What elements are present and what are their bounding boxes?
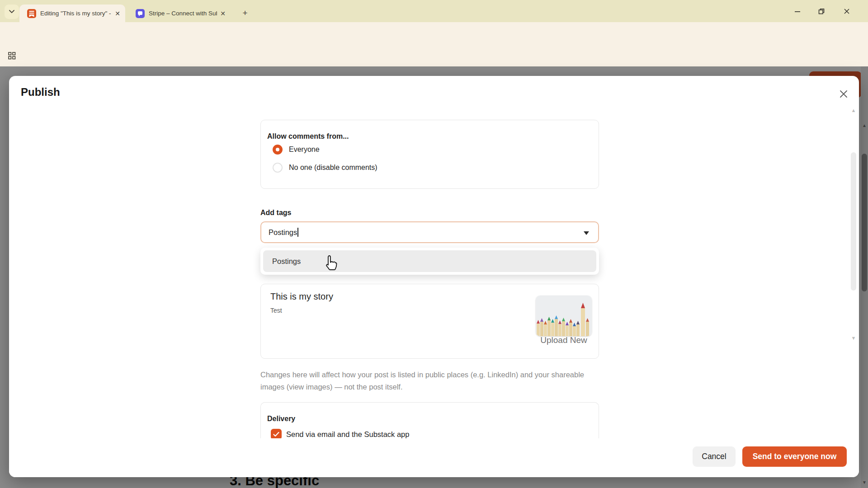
tags-input-value: Postings — [269, 228, 297, 237]
modal-scrollbar-up-icon[interactable]: ▲ — [848, 108, 859, 113]
screen: Editing "This is my story" - Subs ✕ Stri… — [0, 0, 868, 488]
modal-scrollbar-down-icon[interactable]: ▼ — [848, 335, 859, 341]
radio-option-everyone[interactable]: Everyone — [273, 145, 320, 155]
publish-modal: Publish Allow comments from... Everyone … — [9, 76, 859, 477]
add-tags-label: Add tags — [260, 209, 291, 217]
tab-close-icon[interactable]: ✕ — [113, 9, 122, 18]
browser-tab-bar: Editing "This is my story" - Subs ✕ Stri… — [0, 0, 868, 22]
new-tab-button[interactable]: + — [239, 7, 251, 19]
tab-title: Stripe – Connect with Substack — [149, 10, 217, 17]
preview-post-title: This is my story — [270, 291, 333, 302]
tab-close-icon[interactable]: ✕ — [219, 9, 227, 18]
delivery-title: Delivery — [267, 415, 295, 423]
preview-note-line1: Changes here will affect how your post i… — [260, 369, 584, 381]
upload-new-button[interactable]: Upload New — [509, 335, 618, 345]
send-to-everyone-button[interactable]: Send to everyone now — [742, 446, 847, 467]
cancel-button[interactable]: Cancel — [693, 446, 736, 467]
radio-selected-icon[interactable] — [273, 145, 283, 155]
delivery-checkbox-label[interactable]: Send via email and the Substack app — [286, 430, 409, 439]
radio-unselected-icon[interactable] — [273, 163, 283, 173]
tab-title: Editing "This is my story" - Subs — [40, 10, 112, 17]
browser-toolbar: f327cec3.substack.com/publish/post/18124… — [0, 22, 868, 49]
preview-note: Changes here will affect how your post i… — [260, 369, 584, 393]
chevron-down-icon[interactable] — [584, 231, 589, 235]
preview-post-subtitle: Test — [270, 307, 282, 314]
tags-dropdown-menu: Postings — [260, 248, 599, 275]
tab-editing-story[interactable]: Editing "This is my story" - Subs ✕ — [19, 5, 125, 22]
tab-search-chevron-icon[interactable] — [5, 5, 19, 19]
post-preview-card: This is my story Test — [260, 284, 599, 359]
modal-footer: Cancel Send to everyone now — [9, 438, 859, 477]
comments-card-title: Allow comments from... — [267, 132, 349, 141]
apps-grid-icon[interactable] — [8, 52, 16, 61]
dropdown-option-postings[interactable]: Postings — [263, 250, 596, 272]
comments-settings-card: Allow comments from... Everyone No one (… — [260, 120, 599, 189]
window-restore-button[interactable] — [812, 5, 830, 18]
radio-option-no-one[interactable]: No one (disable comments) — [273, 163, 377, 173]
window-close-button[interactable] — [838, 5, 856, 18]
stripe-icon — [136, 9, 145, 18]
window-minimize-button[interactable] — [788, 5, 807, 18]
preview-thumbnail-image[interactable] — [536, 296, 592, 336]
hand-cursor-icon — [322, 255, 338, 275]
tags-combobox-input[interactable]: Postings — [260, 221, 599, 243]
modal-scrollbar-thumb[interactable] — [851, 152, 856, 291]
substack-icon — [27, 9, 36, 18]
text-caret — [297, 228, 298, 237]
modal-title: Publish — [21, 86, 60, 99]
tab-stripe-connect[interactable]: Stripe – Connect with Substack ✕ — [128, 5, 231, 22]
modal-close-icon[interactable] — [836, 87, 851, 101]
bookmarks-bar — [0, 49, 868, 66]
preview-note-line2: images (view images) — not the post itse… — [260, 381, 584, 393]
